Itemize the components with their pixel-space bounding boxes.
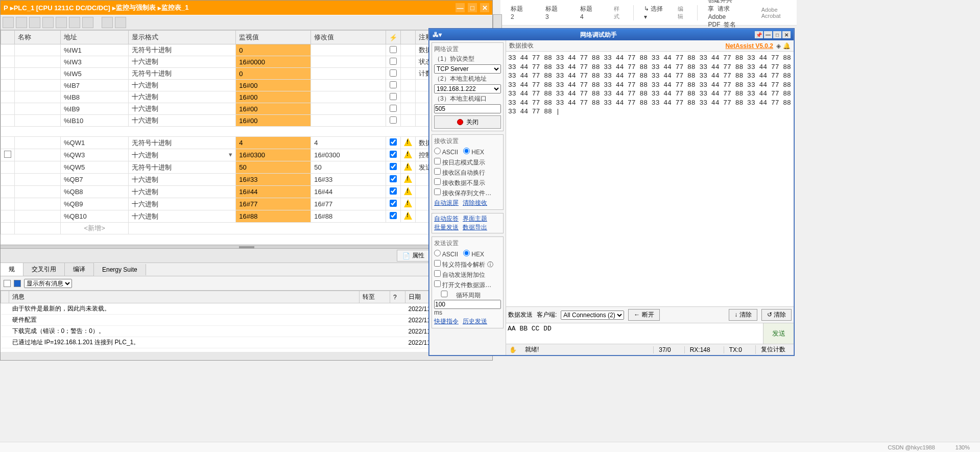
port-input[interactable] [434, 104, 501, 113]
tool-flash1-icon[interactable] [56, 17, 67, 28]
add-row-placeholder[interactable]: <新增> [60, 223, 128, 234]
tab-properties[interactable]: 📄 属性 [397, 250, 430, 261]
message-row[interactable]: 由于软件是最新的，因此尚未装载。2022/11/810:19:44 [1, 303, 492, 315]
send-opt-append[interactable]: 自动发送附加位 [434, 270, 501, 279]
modify-checkbox[interactable] [390, 93, 397, 100]
lower-tab-xref[interactable]: 交叉引用 [23, 263, 65, 276]
tool-view1-icon[interactable] [102, 17, 113, 28]
na-max-icon[interactable]: □ [773, 31, 781, 38]
disconnect-button[interactable]: ← 断开 [628, 309, 659, 321]
horizontal-splitter[interactable] [1, 245, 492, 249]
breadcrumb-plc[interactable]: PLC_1 [CPU 1211C DC/DC/DC] [14, 4, 110, 12]
modify-checkbox[interactable] [390, 69, 397, 77]
modify-checkbox[interactable] [390, 105, 397, 112]
cycle-period[interactable]: 循环周期 ms [434, 291, 501, 316]
col-modify[interactable]: 修改值 [311, 31, 386, 44]
modify-checkbox[interactable] [390, 151, 397, 158]
shortcut-link[interactable]: 快捷指令 [434, 318, 459, 325]
tool-flash3-icon[interactable] [82, 17, 93, 28]
minimize-icon[interactable]: — [456, 3, 465, 12]
table-row[interactable]: %IW1无符号十进制 0 数据长度 [1, 44, 492, 56]
send-ascii-radio[interactable]: ASCII [434, 250, 458, 258]
lower-tab-general[interactable]: 规 [1, 263, 23, 276]
tool-monitor-icon[interactable] [29, 17, 40, 28]
client-select[interactable]: All Connections (2) [561, 311, 624, 320]
lower-tab-compile[interactable]: 编译 [65, 263, 94, 276]
info-filter-icon[interactable] [14, 280, 21, 287]
maximize-icon[interactable]: □ [468, 3, 477, 12]
send-textarea[interactable] [506, 323, 763, 344]
toggle-server-button[interactable]: 关闭 [434, 115, 501, 129]
auto-reply-link[interactable]: 自动应答 [434, 215, 459, 222]
col-name[interactable]: 名称 [15, 31, 61, 44]
lower-tab-energy[interactable]: Energy Suite [94, 264, 146, 275]
breadcrumb-root[interactable]: P [4, 4, 8, 12]
message-row[interactable]: 下载完成（错误：0；警告：0）。2022/11/810:19:46 [1, 326, 492, 337]
message-row[interactable]: 已通过地址 IP=192.168.1.201 连接到 PLC_1。2022/11… [1, 337, 492, 348]
table-row[interactable]: %QB10十六进制 16#88 16#88 [1, 210, 492, 223]
table-row[interactable]: %IB7十六进制 16#00 [1, 80, 492, 91]
tool-force-icon[interactable] [42, 17, 54, 28]
clear-button-2[interactable]: ↺ 清除 [761, 309, 792, 321]
table-row[interactable]: %QW1无符号十进制 4 4 数据长度 [1, 137, 492, 149]
warning-filter-icon[interactable] [4, 280, 11, 287]
clear-button[interactable]: ↓ 清除 [729, 309, 757, 321]
bell-icon[interactable]: 🔔 [783, 42, 791, 50]
history-link[interactable]: 历史发送 [463, 318, 487, 325]
table-row[interactable]: %IB8十六进制 16#00 [1, 91, 492, 103]
style-heading3[interactable]: 标题 3 [540, 3, 565, 22]
table-row[interactable]: %QW5无符号十进制 50 50 发送周期 [1, 161, 492, 174]
recv-opt-log[interactable]: 按日志模式显示 [434, 158, 501, 167]
col-flash[interactable]: ⚡ [386, 31, 400, 44]
tool-link-icon[interactable] [16, 17, 27, 28]
pin-icon[interactable]: 📌 [755, 31, 763, 38]
batch-send-link[interactable]: 批量发送 [434, 224, 459, 231]
modify-checkbox[interactable] [390, 46, 397, 53]
na-close-icon[interactable]: ✕ [782, 31, 791, 38]
send-button[interactable]: 发送 [763, 323, 794, 344]
tool-flash2-icon[interactable] [69, 17, 80, 28]
send-opt-file[interactable]: 打开文件数据源… [434, 280, 501, 290]
table-row[interactable]: %QW3十六进制 ▾ 16#0300 16#0300 控制字 [1, 149, 492, 161]
col-addr[interactable]: 地址 [60, 31, 128, 44]
recv-opt-wrap[interactable]: 接收区自动换行 [434, 168, 501, 177]
watch-table-wrap[interactable]: 名称 地址 显示格式 监视值 修改值 ⚡ 注释 %IW1无符号十进制 0 数据长… [1, 30, 492, 245]
modify-checkbox[interactable] [390, 175, 397, 182]
breadcrumb-group[interactable]: 监控与强制表 [116, 3, 156, 12]
export-link[interactable]: 数据导出 [463, 224, 487, 231]
style-heading4[interactable]: 标题 4 [575, 3, 600, 22]
style-heading2[interactable]: 标题 2 [506, 3, 530, 22]
cycle-input[interactable] [434, 300, 501, 309]
modify-checkbox[interactable] [390, 81, 397, 88]
recv-ascii-radio[interactable]: ASCII [434, 148, 458, 156]
brand-link[interactable]: NetAssist V5.0.2 [726, 42, 773, 50]
protocol-select[interactable]: TCP Server [434, 64, 501, 74]
table-row[interactable]: %IB10十六进制 16#00 [1, 115, 492, 127]
table-row[interactable]: %IW5无符号十进制 0 计数器 [1, 68, 492, 80]
table-row[interactable] [1, 127, 492, 137]
zoom-level[interactable]: 130% [955, 444, 970, 450]
col-monitor[interactable]: 监视值 [236, 31, 311, 44]
tool-view2-icon[interactable] [115, 17, 126, 28]
modify-checkbox[interactable] [390, 163, 397, 170]
modify-checkbox[interactable] [390, 58, 397, 65]
na-min-icon[interactable]: — [764, 31, 772, 38]
table-row[interactable]: %IB9十六进制 16#00 [1, 103, 492, 115]
modify-checkbox[interactable] [390, 116, 397, 124]
col-fmt[interactable]: 显示格式 [129, 31, 236, 44]
table-row[interactable]: %QB9十六进制 16#77 16#77 [1, 198, 492, 210]
theme-link[interactable]: 界面主题 [463, 215, 487, 222]
reset-counter-button[interactable]: 复位计数 [755, 345, 791, 354]
table-row[interactable]: %IW3十六进制 16#0000 状态字 [1, 56, 492, 68]
select-dropdown[interactable]: ↳ 选择 ▾ [644, 5, 663, 20]
message-row[interactable]: 硬件配置2022/11/810:19:44 [1, 315, 492, 326]
msgcol-msg[interactable]: 消息 [9, 291, 360, 303]
send-opt-escape[interactable]: 转义符指令解析 ⓘ [434, 260, 501, 269]
send-hex-radio[interactable]: HEX [463, 250, 484, 258]
modify-checkbox[interactable] [390, 200, 397, 207]
table-row[interactable]: %QB7十六进制 16#33 16#33 [1, 174, 492, 186]
clear-recv-link[interactable]: 清除接收 [463, 199, 487, 206]
recv-opt-hide[interactable]: 接收数据不显示 [434, 178, 501, 187]
receive-textarea[interactable]: 33 44 77 88 33 44 77 88 33 44 77 88 33 4… [506, 52, 794, 306]
modify-checkbox[interactable] [390, 138, 397, 146]
